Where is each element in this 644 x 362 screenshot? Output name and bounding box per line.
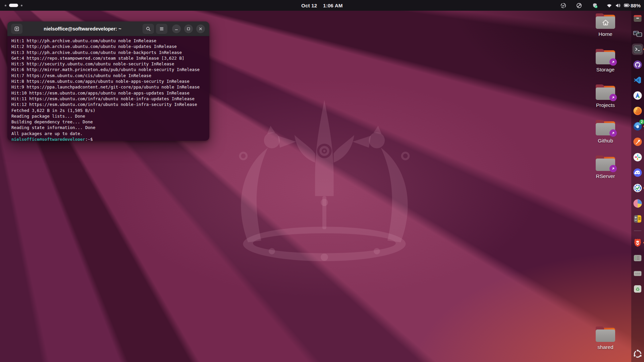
desktop-shortcut-label: Storage xyxy=(589,67,622,73)
terminal-line: Building dependency tree... Done xyxy=(11,119,205,125)
dock-item-files[interactable] xyxy=(632,13,643,24)
dock-separator xyxy=(634,231,641,231)
terminal-titlebar[interactable]: nielsoffice@softwaredeveloper: ~ xyxy=(7,21,209,36)
github-desktop-icon xyxy=(633,60,642,69)
terminal-line: Hit:7 https://esm.ubuntu.com/cis/ubuntu … xyxy=(11,73,205,78)
desktop-shortcut-label: Projects xyxy=(589,102,622,108)
dock-item-update-check[interactable] xyxy=(632,182,643,194)
folder-icon xyxy=(596,84,615,100)
dock-item-browser[interactable]: 2 xyxy=(632,121,643,132)
desktop-shortcut-projects[interactable]: Projects xyxy=(589,84,622,108)
terminal-line: Reading state information... Done xyxy=(11,125,205,130)
menu-button[interactable] xyxy=(156,24,167,34)
system-status-area[interactable]: 88% xyxy=(560,0,641,11)
terminal-line: Fetched 3,622 B in 2s (1,505 B/s) xyxy=(11,108,205,113)
show-apps-button[interactable] xyxy=(632,349,643,359)
steam-icon[interactable] xyxy=(576,3,582,8)
minimize-icon xyxy=(174,26,179,31)
ubuntu-desktop: Oct 12 1:06 AM 88% nielsoffice@softwared… xyxy=(0,0,644,362)
workspace-indicator[interactable] xyxy=(5,0,22,11)
dock-item-brave[interactable] xyxy=(632,237,643,248)
desktop-shortcut-shared[interactable]: shared xyxy=(589,326,622,350)
desktop-shortcut-github[interactable]: Github xyxy=(589,120,622,144)
firefox-icon xyxy=(633,106,642,116)
desktop-shortcut-storage[interactable]: Storage xyxy=(589,49,622,73)
window-controls xyxy=(170,24,207,33)
battery-percent-label: 88% xyxy=(631,3,641,8)
search-icon xyxy=(146,26,151,32)
new-tab-icon xyxy=(14,26,19,32)
desktop-shortcut-label: RServer xyxy=(589,173,622,179)
terminal-title: nielsoffice@softwaredeveloper: ~ xyxy=(23,26,142,32)
terminal-line: Get:4 https://repo.steampowered.com/stea… xyxy=(11,55,205,61)
search-button[interactable] xyxy=(143,24,154,34)
app-a-icon xyxy=(633,91,642,100)
terminal-line: Hit:6 http://mirror.math.princeton.edu/p… xyxy=(11,67,205,72)
svg-text:SSD: SSD xyxy=(635,273,640,275)
folder-icon xyxy=(596,120,615,135)
dock-item-github-desktop[interactable] xyxy=(632,59,643,70)
svg-text:♻: ♻ xyxy=(636,287,640,292)
desktop-shortcut-rserver[interactable]: RServer xyxy=(589,156,622,179)
software-updater-icon[interactable] xyxy=(560,3,566,8)
terminal-line: Hit:3 http://ph.archive.ubuntu.com/ubunt… xyxy=(11,50,205,55)
dock-item-firefox[interactable] xyxy=(632,105,643,117)
calculator-icon xyxy=(633,214,642,224)
dock-item-boxes[interactable] xyxy=(632,28,643,40)
close-button[interactable] xyxy=(196,24,205,33)
symlink-arrow-icon xyxy=(609,58,617,66)
folder-icon xyxy=(596,49,615,64)
ssd-icon: SSD xyxy=(633,269,642,278)
shield-check-icon[interactable] xyxy=(592,3,598,8)
dock-item-hardware[interactable] xyxy=(632,252,643,264)
wifi-icon xyxy=(606,3,612,8)
new-tab-button[interactable] xyxy=(11,24,22,34)
desktop-shortcut-label: Home xyxy=(589,31,622,37)
terminal-line: Hit:1 http://ph.archive.ubuntu.com/ubunt… xyxy=(11,38,205,44)
files-icon xyxy=(633,14,642,23)
terminal-window: nielsoffice@softwaredeveloper: ~ Hit:1 h… xyxy=(7,21,209,141)
brave-icon xyxy=(633,238,642,247)
dock-item-discord[interactable] xyxy=(632,167,643,178)
tray-icons xyxy=(560,3,598,8)
ubuntu-logo-icon xyxy=(633,349,642,359)
workspace-pill-active[interactable] xyxy=(9,4,18,7)
dock-item-ssd[interactable]: SSD xyxy=(632,268,643,279)
symlink-arrow-icon xyxy=(609,129,617,137)
terminal-line: Hit:10 https://esm.ubuntu.com/apps/ubunt… xyxy=(11,90,205,96)
terminal-prompt: nielsoffice@softwaredeveloper:~$ xyxy=(11,136,205,141)
maximize-button[interactable] xyxy=(184,24,193,33)
terminal-line: Hit:11 https://esm.ubuntu.com/infra/ubun… xyxy=(11,96,205,102)
dock-item-postman[interactable] xyxy=(632,136,643,147)
symlink-arrow-icon xyxy=(609,165,617,172)
minimize-button[interactable] xyxy=(172,24,181,33)
notification-badge: 2 xyxy=(639,119,644,124)
dock: 2SSD♻ xyxy=(631,11,644,362)
folder-icon xyxy=(596,156,615,171)
discord-icon xyxy=(633,168,642,177)
symlink-arrow-icon xyxy=(609,94,617,101)
dock-item-recycle[interactable]: ♻ xyxy=(632,283,643,295)
terminal-line: Hit:12 https://esm.ubuntu.com/infra/ubun… xyxy=(11,102,205,107)
date-label: Oct 12 xyxy=(301,3,317,8)
dock-item-slack[interactable] xyxy=(632,152,643,163)
clock-button[interactable]: Oct 12 1:06 AM xyxy=(301,0,342,11)
dock-item-vscode[interactable] xyxy=(632,74,643,86)
hamburger-menu-icon xyxy=(159,26,164,32)
workspace-dot[interactable] xyxy=(21,5,22,6)
dock-item-terminal[interactable] xyxy=(632,44,643,55)
maximize-icon xyxy=(186,26,191,31)
slack-icon xyxy=(633,153,642,162)
home-folder-icon xyxy=(596,13,615,29)
desktop-shortcut-home[interactable]: Home xyxy=(589,13,622,37)
terminal-icon xyxy=(633,45,642,54)
dock-item-disk-usage[interactable] xyxy=(632,198,643,209)
vscode-icon xyxy=(633,75,642,85)
desktop-shortcut-label: shared xyxy=(589,344,622,350)
dock-item-app-a[interactable] xyxy=(632,90,643,101)
dock-item-calculator[interactable] xyxy=(632,213,643,225)
workspace-dot[interactable] xyxy=(5,5,6,6)
terminal-line: Hit:5 http://security.ubuntu.com/ubuntu … xyxy=(11,61,205,67)
terminal-output[interactable]: Hit:1 http://ph.archive.ubuntu.com/ubunt… xyxy=(7,36,209,141)
boxes-icon xyxy=(633,29,642,39)
